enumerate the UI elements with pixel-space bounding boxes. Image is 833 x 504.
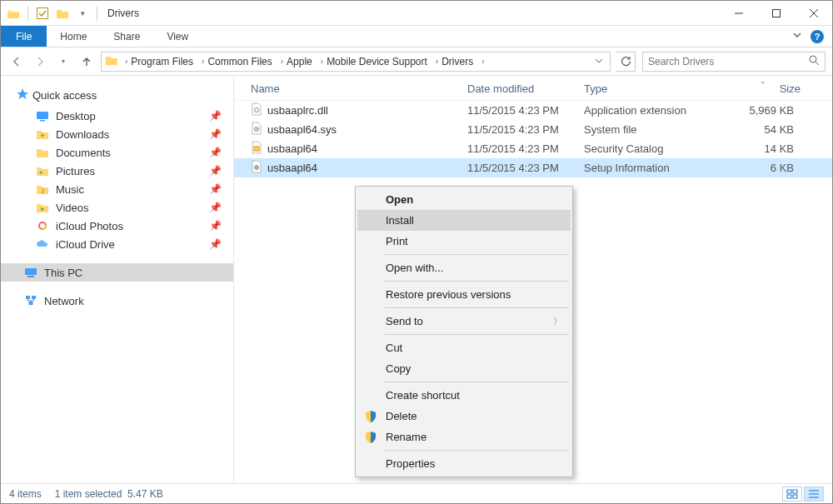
folder-icon bbox=[4, 4, 22, 22]
svg-rect-23 bbox=[254, 147, 259, 151]
file-row[interactable]: usbaaplrc.dll 11/5/2015 4:23 PM Applicat… bbox=[234, 101, 832, 120]
pin-icon: 📌 bbox=[209, 128, 222, 140]
pin-icon: 📌 bbox=[209, 238, 222, 250]
forward-button[interactable] bbox=[31, 52, 49, 71]
star-icon bbox=[16, 87, 29, 103]
svg-rect-18 bbox=[32, 296, 36, 299]
ctx-open[interactable]: Open bbox=[357, 189, 571, 210]
file-menu-button[interactable]: File bbox=[1, 26, 47, 47]
file-row[interactable]: usbaapl64.sys 11/5/2015 4:23 PM System f… bbox=[234, 120, 832, 139]
icloud-photos-icon bbox=[36, 219, 49, 232]
icloud-drive-icon bbox=[36, 237, 49, 251]
breadcrumb: ›Drivers bbox=[432, 56, 475, 67]
sidebar-item-music[interactable]: Music📌 bbox=[1, 180, 233, 198]
downloads-icon bbox=[36, 127, 49, 141]
sidebar-item-videos[interactable]: Videos📌 bbox=[1, 198, 233, 217]
pin-icon: 📌 bbox=[209, 202, 222, 213]
status-selection: 1 item selected 5.47 KB bbox=[55, 488, 177, 500]
view-large-icons-button[interactable] bbox=[782, 487, 802, 502]
shield-icon bbox=[364, 410, 377, 423]
quick-access-toolbar: ▾ bbox=[1, 4, 104, 22]
recent-dropdown-button[interactable]: ▾ bbox=[54, 52, 72, 71]
tab-view[interactable]: View bbox=[153, 26, 202, 47]
ctx-delete[interactable]: Delete bbox=[357, 406, 571, 427]
svg-rect-8 bbox=[37, 112, 48, 119]
file-row[interactable]: usbaapl64 11/5/2015 4:23 PM Security Cat… bbox=[234, 139, 832, 158]
pin-icon: 📌 bbox=[209, 147, 222, 158]
help-icon[interactable]: ? bbox=[811, 30, 824, 43]
window-title-text: Drivers bbox=[107, 7, 139, 19]
address-bar[interactable]: ›Program Files ›Common Files ›Apple ›Mob… bbox=[101, 52, 611, 72]
ribbon-expand-icon[interactable] bbox=[792, 30, 802, 42]
column-name[interactable]: Name bbox=[251, 82, 467, 95]
context-menu: Open Install Print Open with... Restore … bbox=[355, 186, 573, 477]
window-title: Drivers bbox=[104, 7, 139, 19]
pin-icon: 📌 bbox=[209, 220, 222, 232]
column-date[interactable]: Date modified bbox=[467, 82, 584, 95]
sidebar-item-icloud-photos[interactable]: iCloud Photos📌 bbox=[1, 217, 233, 235]
sidebar-item-downloads[interactable]: Downloads📌 bbox=[1, 125, 233, 143]
ctx-rename[interactable]: Rename bbox=[357, 427, 571, 447]
documents-icon bbox=[36, 146, 49, 159]
close-button[interactable] bbox=[795, 1, 832, 25]
ctx-cut[interactable]: Cut bbox=[357, 337, 571, 358]
sidebar-item-network[interactable]: Network bbox=[1, 292, 233, 310]
svg-line-6 bbox=[816, 62, 819, 65]
svg-rect-16 bbox=[27, 276, 34, 277]
title-bar: ▾ Drivers bbox=[1, 1, 832, 26]
tab-share[interactable]: Share bbox=[100, 26, 153, 47]
breadcrumb: ›Mobile Device Support bbox=[317, 56, 429, 67]
svg-rect-28 bbox=[793, 495, 797, 498]
dll-file-icon bbox=[251, 102, 262, 118]
svg-point-5 bbox=[810, 56, 816, 62]
svg-rect-19 bbox=[29, 302, 33, 305]
folder-small-icon[interactable] bbox=[53, 4, 72, 22]
view-details-button[interactable] bbox=[804, 487, 824, 502]
svg-point-11 bbox=[42, 192, 43, 193]
search-input[interactable] bbox=[648, 56, 808, 67]
address-dropdown-icon[interactable] bbox=[591, 56, 606, 67]
tab-home[interactable]: Home bbox=[47, 26, 100, 47]
this-pc-icon bbox=[24, 266, 37, 279]
column-headers: Name Date modified Type ⌄Size bbox=[234, 76, 832, 101]
pin-icon: 📌 bbox=[209, 165, 222, 177]
ctx-print[interactable]: Print bbox=[357, 231, 571, 252]
ctx-create-shortcut[interactable]: Create shortcut bbox=[357, 385, 571, 406]
cat-file-icon bbox=[251, 141, 262, 157]
svg-rect-26 bbox=[793, 490, 797, 493]
search-box[interactable] bbox=[642, 52, 826, 72]
up-button[interactable] bbox=[77, 52, 96, 71]
navigation-pane: Quick access Desktop📌 Downloads📌 Documen… bbox=[1, 76, 234, 483]
ctx-copy[interactable]: Copy bbox=[357, 358, 571, 379]
sidebar-item-this-pc[interactable]: This PC bbox=[1, 263, 233, 282]
svg-rect-27 bbox=[787, 495, 791, 498]
status-bar: 4 items 1 item selected 5.47 KB bbox=[1, 483, 832, 503]
ctx-properties[interactable]: Properties bbox=[357, 453, 571, 474]
sidebar-item-desktop[interactable]: Desktop📌 bbox=[1, 107, 233, 125]
status-item-count: 4 items bbox=[9, 488, 55, 500]
folder-icon bbox=[105, 54, 118, 68]
maximize-button[interactable] bbox=[757, 1, 795, 25]
ctx-open-with[interactable]: Open with... bbox=[357, 257, 571, 278]
refresh-button[interactable] bbox=[616, 52, 636, 72]
sidebar-item-icloud-drive[interactable]: iCloud Drive📌 bbox=[1, 235, 233, 253]
back-button[interactable] bbox=[7, 52, 26, 71]
sys-file-icon bbox=[251, 122, 262, 137]
column-type[interactable]: Type bbox=[584, 82, 726, 95]
ctx-restore-versions[interactable]: Restore previous versions bbox=[357, 284, 571, 305]
svg-rect-9 bbox=[40, 120, 45, 122]
column-size[interactable]: ⌄Size bbox=[726, 82, 801, 95]
ctx-send-to[interactable]: Send to〉 bbox=[357, 311, 571, 332]
quick-access-header[interactable]: Quick access bbox=[1, 84, 233, 107]
qat-dropdown-icon[interactable]: ▾ bbox=[73, 4, 92, 22]
ctx-install[interactable]: Install bbox=[357, 210, 571, 231]
sidebar-item-documents[interactable]: Documents📌 bbox=[1, 143, 233, 162]
minimize-button[interactable] bbox=[720, 1, 757, 25]
properties-checkbox-icon[interactable] bbox=[33, 4, 52, 22]
search-icon[interactable] bbox=[808, 54, 820, 68]
pictures-icon bbox=[36, 164, 49, 177]
file-row[interactable]: usbaapl64 11/5/2015 4:23 PM Setup Inform… bbox=[234, 158, 832, 177]
ribbon: File Home Share View ? bbox=[1, 26, 832, 47]
sidebar-item-pictures[interactable]: Pictures📌 bbox=[1, 162, 233, 180]
music-icon bbox=[36, 182, 49, 196]
